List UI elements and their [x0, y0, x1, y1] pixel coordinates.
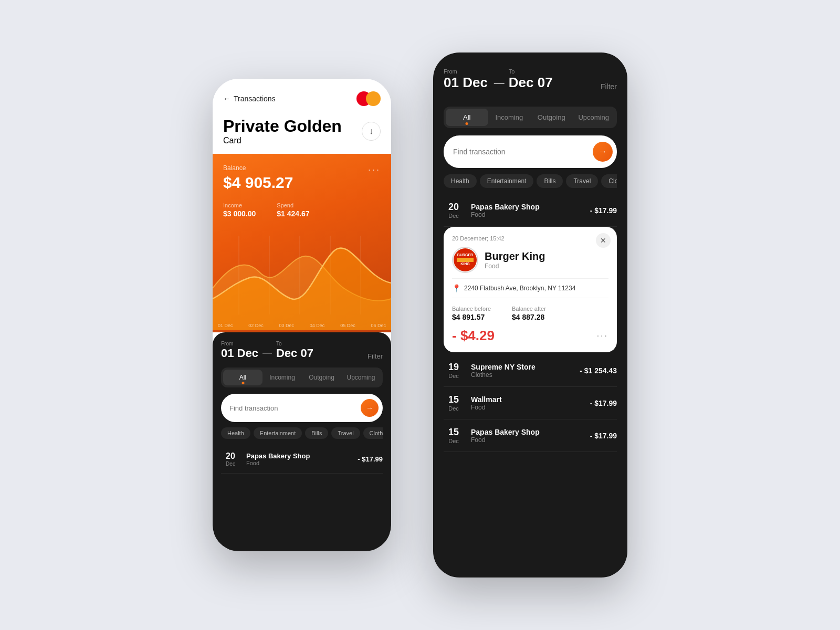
search-submit-button[interactable]: →: [361, 399, 379, 417]
table-row[interactable]: 19 Dec Supreme NY Store Clothes - $1 254…: [444, 354, 617, 387]
income-item: Income $3 000.00: [223, 200, 256, 218]
right-pill-travel[interactable]: Travel: [566, 174, 598, 188]
right-date-dash: —: [494, 77, 505, 91]
expanded-merchant-header: BURGER KING Burger King Food: [452, 247, 608, 273]
right-txn-cat-3: Food: [471, 436, 590, 444]
right-search-submit-button[interactable]: →: [593, 142, 613, 162]
back-button[interactable]: ← Transactions: [223, 94, 276, 103]
right-tab-upcoming-label: Upcoming: [578, 113, 609, 121]
search-input[interactable]: [229, 404, 361, 412]
right-txn-day-0: 20: [444, 202, 464, 213]
location-row: 📍 2240 Flatbush Ave, Brooklyn, NY 11234: [452, 278, 608, 298]
expanded-close-button[interactable]: ✕: [596, 233, 611, 248]
right-txn-amount-0: - $17.99: [590, 206, 617, 215]
right-pill-health[interactable]: Health: [444, 174, 477, 188]
right-txn-info-1: Supreme NY Store Clothes: [471, 363, 580, 379]
table-row[interactable]: 15 Dec Wallmart Food - $17.99: [444, 387, 617, 419]
table-row[interactable]: 20 Dec Papas Bakery Shop Food - $17.99: [221, 445, 383, 474]
back-arrow-icon: ←: [223, 94, 230, 103]
from-section: From 01 Dec: [221, 341, 258, 360]
right-txn-month-2: Dec: [444, 405, 464, 412]
search-bar: →: [221, 394, 383, 422]
chart-date-labels: 01 Dec 02 Dec 03 Dec 04 Dec 05 Dec 06 De…: [218, 323, 386, 328]
right-tab-all-label: All: [463, 113, 470, 121]
table-row[interactable]: 15 Dec Papas Bakery Shop Food - $17.99: [444, 419, 617, 452]
right-txn-date-0: 20 Dec: [444, 202, 464, 219]
txn-category: Food: [246, 460, 358, 466]
expanded-more-icon[interactable]: ···: [597, 331, 608, 341]
right-txn-day-3: 15: [444, 427, 464, 438]
spend-label: Spend: [277, 202, 293, 208]
right-txn-name-2: Wallmart: [471, 395, 590, 404]
card-title: Private Golden: [223, 117, 342, 136]
wave-chart: 01 Dec 02 Dec 03 Dec 04 Dec 05 Dec 06 De…: [213, 225, 391, 332]
right-search-input[interactable]: [453, 148, 593, 156]
right-phone: From 01 Dec — To Dec 07 Filter All Incom…: [433, 52, 627, 578]
right-tab-outgoing-label: Outgoing: [538, 113, 565, 121]
right-category-pills: Health Entertainment Bills Travel Clothe: [444, 174, 617, 188]
right-txn-amount-2: - $17.99: [590, 399, 617, 407]
tab-incoming[interactable]: Incoming: [262, 370, 302, 385]
right-txn-amount-1: - $1 254.43: [580, 366, 617, 375]
right-pill-entertainment[interactable]: Entertainment: [480, 174, 534, 188]
date-range-row: From 01 Dec — To Dec 07 Filter: [221, 341, 383, 360]
filter-button[interactable]: Filter: [368, 352, 383, 360]
right-txn-name-1: Supreme NY Store: [471, 363, 580, 371]
to-value: Dec 07: [276, 346, 313, 360]
table-row[interactable]: 20 Dec Papas Bakery Shop Food - $17.99: [444, 194, 617, 227]
expanded-amount: - $4.29: [452, 328, 495, 344]
right-txn-cat-2: Food: [471, 404, 590, 411]
tab-active-dot: [242, 382, 244, 384]
right-tab-active-dot: [466, 122, 468, 125]
burger-king-logo: BURGER KING: [452, 247, 478, 273]
right-pill-clothe[interactable]: Clothe: [601, 174, 617, 188]
chart-date-0: 01 Dec: [218, 323, 233, 328]
pill-bills[interactable]: Bills: [305, 427, 328, 439]
pill-travel[interactable]: Travel: [331, 427, 360, 439]
right-txn-name-3: Papas Bakery Shop: [471, 428, 590, 436]
right-to-value: Dec 07: [509, 75, 553, 91]
tab-all[interactable]: All: [223, 370, 262, 385]
right-tab-incoming-label: Incoming: [495, 113, 523, 121]
right-txn-info-3: Papas Bakery Shop Food: [471, 428, 590, 444]
right-date-range-row: From 01 Dec — To Dec 07 Filter: [444, 68, 617, 91]
pill-entertainment[interactable]: Entertainment: [254, 427, 302, 439]
right-tab-incoming[interactable]: Incoming: [488, 109, 531, 126]
right-pill-bills[interactable]: Bills: [537, 174, 563, 188]
txn-day: 20: [221, 452, 240, 461]
download-button[interactable]: ↓: [362, 122, 381, 141]
left-phone: ← Transactions Private Golden Card ↓ ···…: [213, 79, 391, 551]
right-tab-all[interactable]: All: [446, 109, 488, 126]
location-address: 2240 Flatbush Ave, Brooklyn, NY 11234: [464, 285, 575, 292]
right-tab-upcoming[interactable]: Upcoming: [573, 109, 615, 126]
chart-date-1: 02 Dec: [248, 323, 264, 328]
right-from-value: 01 Dec: [444, 75, 488, 91]
right-filter-button[interactable]: Filter: [601, 82, 617, 91]
right-txn-amount-3: - $17.99: [590, 432, 617, 440]
pill-clothe[interactable]: Clothe: [363, 427, 383, 439]
expanded-timestamp: 20 December; 15:42: [452, 235, 608, 242]
to-section: To Dec 07: [276, 341, 313, 360]
expanded-merchant-info: Burger King Food: [485, 250, 545, 270]
right-txn-day-1: 19: [444, 362, 464, 373]
right-from-label: From: [444, 68, 488, 75]
expanded-amount-row: - $4.29 ···: [452, 328, 608, 344]
balance-after-item: Balance after $4 887.28: [512, 303, 546, 321]
pill-health[interactable]: Health: [221, 427, 250, 439]
date-dash: —: [262, 347, 272, 360]
more-options-icon[interactable]: ···: [368, 164, 381, 175]
tab-upcoming[interactable]: Upcoming: [341, 370, 381, 385]
right-txn-cat-0: Food: [471, 211, 590, 218]
from-value: 01 Dec: [221, 346, 258, 360]
right-txn-date-1: 19 Dec: [444, 362, 464, 379]
right-to-section: To Dec 07: [509, 68, 553, 91]
expanded-merchant-name: Burger King: [485, 250, 545, 262]
tab-upcoming-label: Upcoming: [346, 374, 375, 381]
txn-info: Papas Bakery Shop Food: [246, 452, 358, 466]
right-tab-outgoing[interactable]: Outgoing: [530, 109, 573, 126]
txn-amount: - $17.99: [358, 455, 383, 463]
chart-date-2: 03 Dec: [279, 323, 295, 328]
tab-outgoing-label: Outgoing: [309, 374, 334, 381]
tab-outgoing[interactable]: Outgoing: [302, 370, 341, 385]
tab-all-label: All: [239, 374, 246, 381]
